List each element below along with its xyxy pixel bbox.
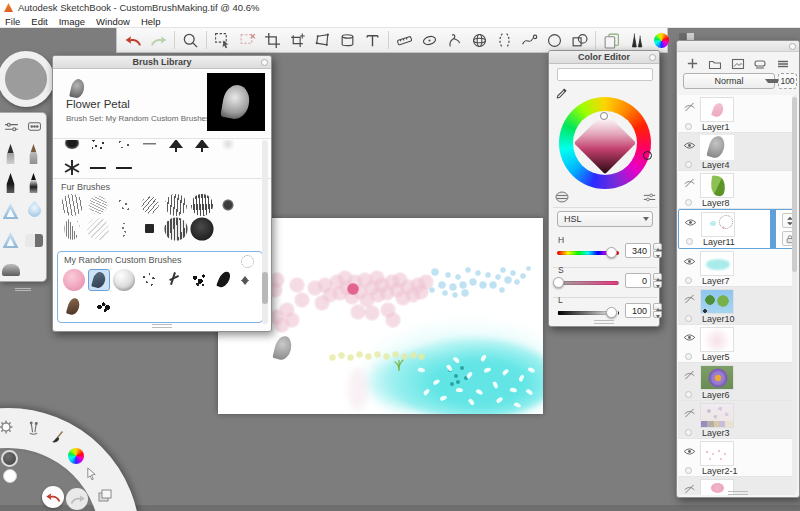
brush-library-scrollbar[interactable] [262, 140, 268, 324]
lagoon-redo-button[interactable] [66, 488, 88, 510]
brush-stamp-f3[interactable] [113, 194, 135, 216]
panel-resize-handle[interactable] [594, 320, 614, 324]
layer-color-ring[interactable] [685, 277, 692, 284]
layer-folder-icon[interactable] [708, 56, 722, 74]
brush-stamp-blackpetal[interactable] [213, 269, 235, 291]
import-image-icon[interactable] [731, 56, 745, 74]
lightness-value[interactable]: 100 [625, 303, 651, 318]
brush-stamp-f9[interactable] [87, 218, 109, 240]
brush-stamp-widget[interactable] [238, 269, 252, 291]
layer-hidden-icon[interactable] [683, 366, 696, 384]
lagoon-cursor-icon[interactable] [85, 467, 98, 485]
layer-opacity-value[interactable]: 100 [778, 73, 797, 89]
layer-thumbnail[interactable] [700, 327, 734, 352]
add-layer-icon[interactable] [686, 56, 699, 74]
panel-resize-handle[interactable] [728, 491, 748, 495]
layer-color-ring[interactable] [685, 123, 692, 130]
paintbrush-tool[interactable] [24, 142, 44, 166]
layer-hidden-icon[interactable] [683, 174, 696, 192]
layer-thumbnail[interactable] [700, 173, 734, 198]
layers-scrollbar[interactable] [792, 95, 797, 493]
menu-edit[interactable]: Edit [31, 16, 47, 27]
layer-visible-icon[interactable] [683, 328, 696, 346]
close-icon[interactable] [261, 59, 268, 66]
color-sliders-icon[interactable] [643, 191, 656, 203]
brush-stamp-sketch[interactable] [163, 269, 185, 291]
color-wheel-icon[interactable] [650, 30, 673, 51]
brush-stamp-star[interactable] [61, 157, 83, 179]
brush-stamp-specks2[interactable] [138, 269, 160, 291]
brush-set-icon[interactable] [27, 118, 42, 136]
layer-thumbnail[interactable] [700, 365, 734, 390]
layer-hidden-icon[interactable] [683, 480, 696, 495]
palette-drag-handle[interactable] [15, 288, 31, 291]
pencil-tool[interactable] [1, 142, 21, 166]
symmetry-tool-icon[interactable] [493, 30, 516, 51]
layer-row-Layer1[interactable]: Layer1 [678, 95, 795, 133]
hue-value[interactable]: 340 [625, 243, 651, 258]
layer-color-ring[interactable] [685, 429, 692, 436]
crop-to-selection-icon[interactable] [286, 30, 309, 51]
brush-stamp-f13[interactable] [190, 217, 213, 240]
brush-stamp-f4[interactable] [141, 196, 159, 214]
brush-settings-icon[interactable] [4, 118, 19, 136]
layer-row-Layer2-1[interactable]: Layer2-1 [678, 439, 795, 477]
brush-stamp-f12[interactable] [164, 217, 187, 240]
layer-visible-icon[interactable] [683, 136, 696, 154]
saturation-selector[interactable] [600, 112, 608, 120]
steady-stroke-icon[interactable] [518, 30, 541, 51]
brush-stamp-sphere[interactable] [113, 269, 135, 291]
primary-color-swatch[interactable] [3, 469, 17, 483]
brush-stamp-f5[interactable] [165, 194, 187, 216]
layer-visible-icon[interactable] [683, 252, 696, 270]
selection-tool-icon[interactable] [211, 30, 234, 51]
title-bar[interactable]: Autodesk SketchBook - CustomBrushMaking.… [0, 0, 800, 15]
layer-color-ring[interactable] [685, 161, 692, 168]
distort-tool-icon[interactable] [311, 30, 334, 51]
layer-hidden-icon[interactable] [683, 404, 696, 422]
crop-tool-icon[interactable] [261, 30, 284, 51]
current-color-swatch[interactable] [557, 68, 653, 81]
brush-library-header[interactable]: Brush Library [53, 56, 271, 69]
color-editor-header[interactable]: Color Editor [549, 51, 659, 64]
brush-stamp-specks[interactable] [113, 140, 135, 155]
undo-icon[interactable] [122, 30, 145, 51]
brush-stamp-inkpair[interactable] [93, 296, 115, 318]
layer-color-ring[interactable] [685, 391, 692, 398]
ellipse-guide-icon[interactable] [418, 30, 441, 51]
brush-stamp-spruce[interactable] [165, 140, 187, 155]
lagoon-layers-icon[interactable] [97, 488, 112, 507]
layer-color-ring[interactable] [685, 467, 692, 474]
brush-stamp-f1[interactable] [61, 194, 83, 216]
brush-puck[interactable] [0, 51, 54, 107]
color-mode-dropdown[interactable]: HSL [557, 211, 653, 227]
brush-stamp-dashf[interactable] [139, 140, 161, 155]
layers-panel-header[interactable] [677, 41, 799, 52]
saturation-slider-knob[interactable] [553, 277, 564, 288]
brush-stamp-bluepetal-sel[interactable] [88, 269, 110, 291]
layer-row-Layer10[interactable]: Layer10 [678, 287, 795, 325]
brush-stamp-f10[interactable] [113, 218, 135, 240]
lagoon-gear-icon[interactable] [0, 419, 14, 439]
layer-thumbnail[interactable] [700, 403, 734, 428]
layer-color-ring[interactable] [685, 199, 692, 206]
panel-resize-handle[interactable] [152, 324, 172, 328]
lightness-slider-knob[interactable] [606, 307, 617, 318]
brush-stamp-f8[interactable] [64, 218, 79, 240]
eyedropper-icon[interactable] [555, 87, 568, 100]
menu-help[interactable]: Help [141, 16, 161, 27]
lagoon-brush-icon[interactable] [49, 430, 65, 450]
layer-hidden-icon[interactable] [683, 290, 696, 308]
pen-tool[interactable] [1, 171, 21, 195]
zoom-tool-icon[interactable] [179, 30, 202, 51]
layer-eraser-icon[interactable] [753, 56, 767, 74]
saturation-value[interactable]: 0 [625, 273, 651, 288]
layer-thumbnail[interactable] [700, 289, 734, 314]
eraser-block-tool[interactable] [24, 229, 44, 253]
brush-stamp-blob[interactable] [61, 140, 83, 155]
custom-brush-set[interactable]: My Random Custom Brushes [57, 251, 263, 323]
brush-stamp-brownpetal[interactable] [63, 296, 85, 318]
marker-tool[interactable] [1, 229, 21, 253]
layer-color-ring[interactable] [685, 353, 692, 360]
lagoon-color-icon[interactable] [68, 448, 84, 464]
